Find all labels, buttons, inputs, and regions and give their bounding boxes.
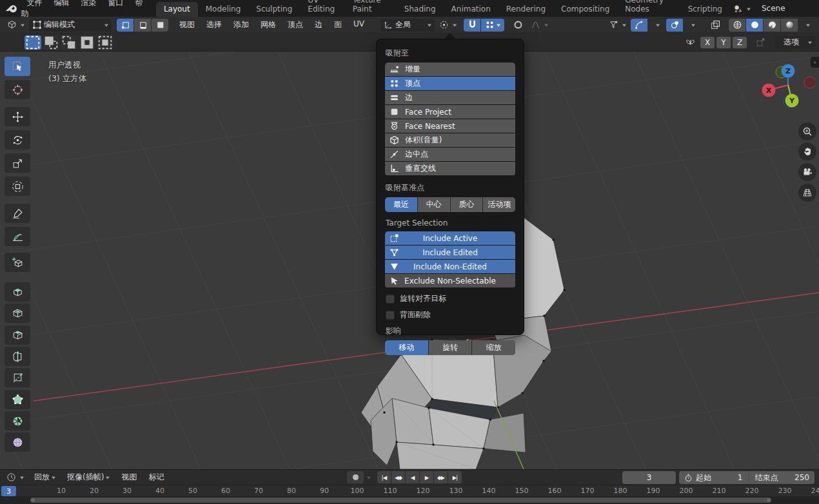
include-active-button[interactable]: Include Active: [385, 231, 515, 245]
snap-face-project[interactable]: Face Project: [385, 105, 515, 119]
tool-cursor[interactable]: [5, 80, 30, 99]
snap-volume[interactable]: 体积(音量): [385, 133, 515, 147]
tab-shading[interactable]: Shading: [397, 2, 444, 17]
snap-vertex[interactable]: 顶点: [385, 77, 515, 90]
tool-spin[interactable]: [5, 411, 30, 431]
shading-rendered-button[interactable]: [781, 19, 798, 32]
select-mode-subtract-button[interactable]: [61, 35, 77, 50]
shading-material-button[interactable]: [764, 19, 780, 32]
shading-dropdown[interactable]: [798, 19, 815, 32]
current-frame-field[interactable]: 3: [622, 471, 676, 484]
snap-base-median[interactable]: 质心: [451, 197, 483, 212]
menu-render[interactable]: 渲染: [75, 0, 102, 10]
menu-edit[interactable]: 编辑: [48, 0, 75, 10]
sidebar-toggle-tab[interactable]: ‹: [811, 57, 819, 68]
tool-inset-faces[interactable]: [5, 304, 30, 323]
pivot-point-dropdown[interactable]: [436, 19, 460, 32]
tab-compositing[interactable]: Compositing: [553, 2, 617, 17]
tool-annotate[interactable]: [5, 204, 30, 223]
playhead-marker[interactable]: 3: [1, 486, 16, 496]
select-mode-invert-button[interactable]: [79, 35, 95, 50]
snap-edge[interactable]: 边: [385, 91, 515, 104]
affect-scale[interactable]: 缩放: [472, 340, 515, 355]
tab-scripting[interactable]: Scripting: [680, 2, 730, 17]
axis-y-button[interactable]: Y: [716, 37, 731, 48]
prev-keyframe-button[interactable]: ◀◆: [391, 471, 405, 483]
menu-tl-view[interactable]: 视图: [115, 470, 143, 485]
tool-loop-cut[interactable]: [5, 347, 30, 366]
snap-toggle-button[interactable]: [464, 19, 480, 32]
perspective-toggle-button[interactable]: [798, 184, 816, 202]
axis-z-button[interactable]: Z: [733, 37, 747, 48]
snap-to-dropdown[interactable]: [481, 19, 504, 32]
menu-view[interactable]: 视图: [173, 17, 201, 32]
tool-measure[interactable]: [5, 227, 30, 246]
timeline-editor-type-button[interactable]: [3, 471, 27, 484]
menu-mesh[interactable]: 网格: [255, 17, 282, 32]
menu-playback[interactable]: 回放: [28, 470, 61, 485]
jump-end-button[interactable]: ▶|: [448, 471, 462, 483]
menu-edge[interactable]: 边: [309, 17, 328, 32]
tab-rendering[interactable]: Rendering: [498, 2, 553, 17]
proportional-editing-toggle[interactable]: [509, 19, 526, 32]
snap-increment[interactable]: 增量: [385, 63, 515, 76]
axis-x-button[interactable]: X: [700, 37, 715, 48]
visibility-filter-dropdown[interactable]: [606, 19, 629, 32]
scene-name[interactable]: Scene: [758, 4, 814, 13]
snap-base-edit-button[interactable]: [752, 36, 769, 49]
transform-orientation-dropdown[interactable]: 全局: [380, 19, 435, 32]
backface-culling-checkbox[interactable]: 背面剔除: [386, 309, 515, 320]
include-edited-button[interactable]: Include Edited: [385, 246, 515, 259]
snap-edge-perpendicular[interactable]: 垂直交线: [385, 162, 515, 175]
show-overlays-toggle[interactable]: [666, 19, 683, 32]
scene-selector-button[interactable]: [730, 2, 754, 15]
tool-extrude[interactable]: [5, 282, 30, 302]
snap-base-closest[interactable]: 最近: [385, 197, 417, 212]
tool-rotate[interactable]: [5, 130, 30, 150]
options-dropdown[interactable]: 选项: [775, 36, 815, 49]
tab-modeling[interactable]: Modeling: [198, 2, 249, 17]
tool-scale[interactable]: [5, 153, 30, 173]
shading-wireframe-button[interactable]: [729, 19, 745, 32]
snap-edge-center[interactable]: 边中点: [385, 148, 515, 161]
zoom-button[interactable]: [798, 122, 816, 141]
overlays-dropdown[interactable]: [684, 19, 700, 32]
keying-dropdown-caret[interactable]: [367, 477, 371, 481]
jump-start-button[interactable]: |◀: [377, 471, 391, 483]
menu-face[interactable]: 面: [328, 17, 348, 32]
gizmo-dropdown[interactable]: [648, 19, 665, 32]
menu-vertex[interactable]: 顶点: [282, 17, 309, 32]
timeline-scrollbar[interactable]: [30, 498, 771, 503]
tool-add-cube[interactable]: [5, 253, 30, 272]
pan-button[interactable]: [798, 142, 816, 160]
timeline-ruler[interactable]: 3 10203040506070809010011012013014015016…: [0, 485, 819, 496]
camera-view-button[interactable]: [798, 163, 816, 181]
tool-transform[interactable]: [5, 177, 30, 196]
menu-add[interactable]: 添加: [228, 17, 255, 32]
menu-select[interactable]: 选择: [201, 17, 228, 32]
menu-window[interactable]: 窗口: [102, 0, 129, 10]
auto-keying-button[interactable]: [347, 471, 364, 483]
select-mode-set-button[interactable]: [25, 35, 41, 50]
select-mode-extend-button[interactable]: [43, 35, 59, 50]
edge-select-mode-button[interactable]: [134, 19, 151, 32]
snap-base-active[interactable]: 活动项: [483, 197, 515, 212]
tab-animation[interactable]: Animation: [444, 2, 498, 17]
face-select-mode-button[interactable]: [152, 19, 168, 32]
menu-uv[interactable]: UV: [348, 17, 370, 32]
affect-move[interactable]: 移动: [385, 340, 428, 355]
tool-smooth[interactable]: [5, 432, 30, 452]
tool-bevel[interactable]: [5, 325, 30, 345]
tab-uv-editing[interactable]: UV Editing: [300, 0, 344, 17]
tab-texture-paint[interactable]: Texture Paint: [345, 0, 397, 17]
snap-face-nearest[interactable]: Face Nearest: [385, 119, 515, 133]
mode-select-dropdown[interactable]: 编辑模式: [29, 19, 112, 32]
tool-move[interactable]: [5, 107, 30, 126]
xray-toggle[interactable]: [707, 19, 724, 32]
include-non-edited-button[interactable]: Include Non-Edited: [385, 260, 515, 273]
select-mode-intersect-button[interactable]: [97, 35, 113, 50]
start-frame-value[interactable]: 1: [715, 473, 743, 482]
mirror-toggle[interactable]: [682, 36, 698, 49]
tab-layout[interactable]: Layout: [156, 2, 198, 17]
proportional-falloff-dropdown[interactable]: [528, 19, 551, 32]
